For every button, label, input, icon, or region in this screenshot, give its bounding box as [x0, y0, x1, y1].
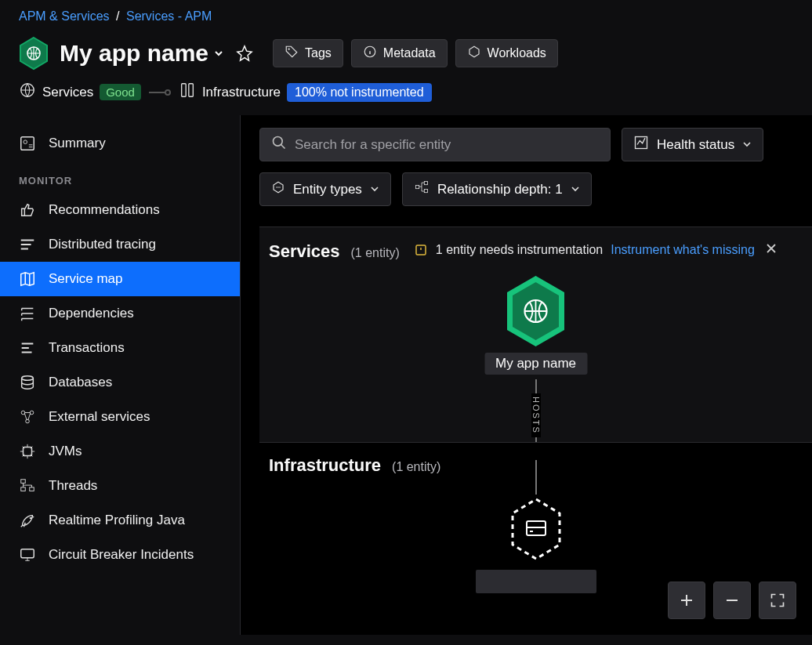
entity-search[interactable] [259, 128, 611, 161]
services-diagram[interactable]: My app name HOSTS [259, 262, 812, 442]
chevron-down-icon [370, 182, 379, 197]
trace-icon [19, 236, 36, 253]
svg-point-21 [274, 137, 283, 147]
database-icon [19, 374, 36, 391]
sidebar-item-label: Threads [49, 478, 97, 494]
search-icon [271, 135, 287, 154]
svg-rect-18 [30, 487, 34, 491]
sidebar-item-label: Recommendations [49, 202, 160, 218]
svg-rect-17 [21, 480, 26, 484]
chip-label: Metadata [383, 46, 436, 60]
zoom-in-button[interactable] [668, 582, 705, 619]
zoom-out-button[interactable] [713, 582, 751, 619]
status-row: Services Good Infrastructure 100% not in… [0, 78, 812, 115]
sidebar: Summary MONITOR Recommendations Distribu… [0, 115, 241, 635]
page-title: My app name [60, 40, 208, 67]
svg-rect-9 [189, 84, 194, 97]
map-icon [19, 270, 36, 288]
chart-icon [633, 135, 649, 154]
sidebar-item-service-map[interactable]: Service map [0, 262, 240, 296]
svg-rect-24 [415, 186, 419, 189]
banner-text: 1 entity needs instrumentation [436, 243, 603, 257]
host-node[interactable] [476, 495, 596, 593]
hex-icon [271, 180, 285, 198]
service-hex-icon [506, 276, 567, 346]
infra-status[interactable]: Infrastructure 100% not instrumented [179, 82, 432, 103]
sidebar-item-label: Distributed tracing [49, 237, 156, 252]
breadcrumb-link-apm[interactable]: APM & Services [19, 9, 110, 23]
status-badge: 100% not instrumented [287, 83, 432, 102]
chip-label: Tags [305, 46, 332, 60]
globe-icon [19, 82, 36, 103]
instrument-link[interactable]: Instrument what's missing [611, 243, 755, 257]
instrumentation-banner: 1 entity needs instrumentation Instrumen… [414, 240, 780, 260]
entity-types-dropdown[interactable]: Entity types [259, 172, 391, 206]
svg-rect-19 [21, 487, 26, 491]
sidebar-item-jvms[interactable]: JVMs [0, 434, 240, 469]
sidebar-item-dependencies[interactable]: Dependencies [0, 296, 240, 331]
workloads-chip[interactable]: Workloads [455, 39, 558, 67]
sidebar-item-recommendations[interactable]: Recommendations [0, 193, 240, 227]
sidebar-item-external-services[interactable]: External services [0, 400, 240, 434]
pane-count: (1 entity) [392, 460, 440, 474]
health-status-dropdown[interactable]: Health status [622, 128, 763, 161]
cpu-icon [19, 443, 36, 460]
breadcrumb-link-services[interactable]: Services - APM [126, 9, 212, 23]
pill-label: Relationship depth: 1 [437, 182, 563, 197]
app-title-dropdown[interactable]: My app name [60, 40, 224, 67]
relationship-depth-dropdown[interactable]: Relationship depth: 1 [402, 172, 592, 206]
sidebar-item-distributed-tracing[interactable]: Distributed tracing [0, 227, 240, 262]
chevron-down-icon [742, 137, 752, 153]
sidebar-item-label: Summary [49, 136, 106, 151]
svg-point-2 [288, 49, 290, 50]
dashboard-icon [19, 135, 36, 152]
monitor-icon [19, 546, 36, 563]
thumbs-up-icon [19, 201, 36, 219]
svg-point-11 [24, 140, 27, 144]
tag-icon [285, 45, 299, 62]
servers-icon [179, 82, 196, 103]
sidebar-item-databases[interactable]: Databases [0, 365, 240, 400]
rocket-icon [19, 512, 36, 529]
sidebar-item-label: Realtime Profiling Java [49, 513, 185, 528]
status-label: Services [42, 85, 93, 100]
svg-point-7 [165, 90, 170, 95]
tags-chip[interactable]: Tags [273, 39, 343, 67]
sidebar-item-circuit-breaker[interactable]: Circuit Breaker Incidents [0, 538, 240, 572]
list-icon [19, 339, 36, 357]
sidebar-item-threads[interactable]: Threads [0, 469, 240, 503]
close-icon[interactable] [763, 240, 780, 260]
hex-icon [467, 45, 481, 62]
app-hex-icon [19, 36, 49, 71]
status-badge: Good [100, 84, 141, 100]
sidebar-section-label: MONITOR [0, 161, 240, 193]
host-hex-icon [506, 495, 566, 563]
svg-rect-25 [424, 182, 427, 185]
chevron-down-icon [213, 48, 224, 59]
services-status[interactable]: Services Good [19, 82, 141, 103]
search-input[interactable] [295, 137, 599, 153]
service-node[interactable]: My app name [484, 276, 587, 375]
main-content: Health status Entity types Relationship … [241, 115, 812, 635]
chip-row: Tags Metadata Workloads [273, 39, 558, 67]
status-label: Infrastructure [202, 85, 281, 100]
network-icon [19, 408, 36, 426]
favorite-star[interactable] [235, 44, 254, 63]
sidebar-item-label: External services [49, 409, 150, 425]
pane-title: Services [269, 241, 340, 262]
svg-rect-26 [424, 190, 427, 193]
toolbar: Health status [259, 128, 812, 161]
svg-rect-20 [21, 549, 34, 558]
page-header: My app name Tags Metadata Workloads [0, 28, 812, 78]
connector-icon [149, 88, 171, 97]
sidebar-item-label: Dependencies [49, 306, 134, 321]
sidebar-item-transactions[interactable]: Transactions [0, 331, 240, 365]
info-icon [363, 45, 377, 62]
metadata-chip[interactable]: Metadata [351, 39, 448, 67]
sidebar-item-summary[interactable]: Summary [0, 126, 240, 161]
zoom-fit-button[interactable] [759, 582, 796, 619]
pill-label: Entity types [293, 182, 362, 197]
sidebar-item-label: JVMs [49, 444, 82, 459]
sidebar-item-realtime-profiling[interactable]: Realtime Profiling Java [0, 503, 240, 538]
svg-point-12 [22, 376, 34, 381]
